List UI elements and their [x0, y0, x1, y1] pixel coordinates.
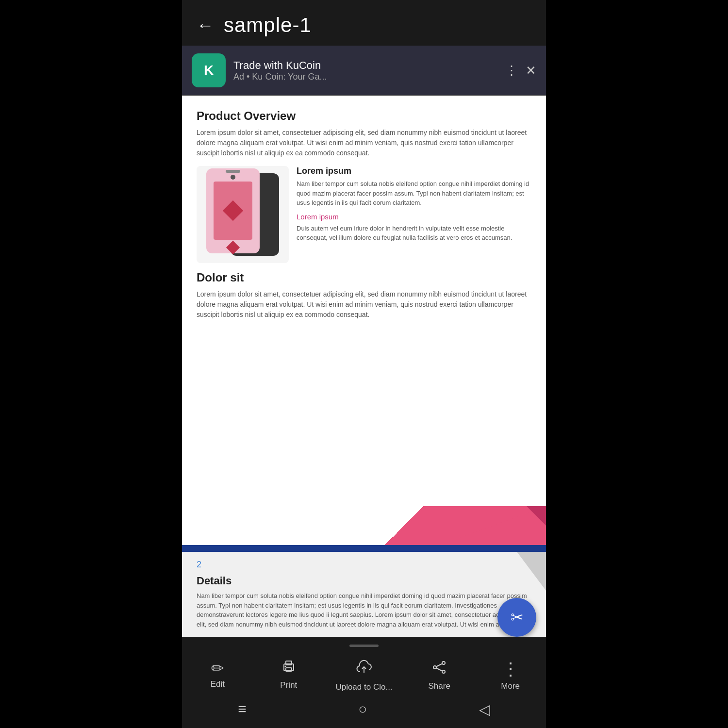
svg-line-11	[436, 668, 442, 671]
more-toolbar-item[interactable]: ⋮ More	[486, 659, 535, 691]
ad-title: Trade with KuCoin	[233, 59, 505, 72]
share-label: Share	[428, 681, 450, 691]
menu-nav-icon[interactable]: ≡	[238, 701, 247, 717]
lorem-ipsum-body1: Nam liber tempor cum soluta nobis eleife…	[297, 179, 531, 208]
section-product-overview-title: Product Overview	[197, 109, 531, 123]
scissors-icon: ✂	[511, 608, 524, 627]
ad-logo: K	[192, 53, 226, 87]
page-2-content: 2 Details Nam liber tempor cum soluta no…	[182, 552, 546, 637]
svg-point-5	[284, 666, 286, 667]
edit-toolbar-item[interactable]: ✏ Edit	[193, 659, 242, 689]
print-toolbar-item[interactable]: Print	[265, 659, 313, 690]
ad-subtitle: Ad • Ku Coin: Your Ga...	[233, 72, 505, 82]
page-title: sample-1	[224, 14, 312, 37]
upload-cloud-icon	[355, 659, 373, 680]
content-row: Lorem ipsum Nam liber tempor cum soluta …	[197, 166, 531, 263]
page-bottom-decoration	[182, 506, 546, 545]
svg-point-9	[442, 670, 445, 673]
document-content: Product Overview Lorem ipsum dolor sit a…	[182, 96, 546, 637]
section-dolor-sit-title: Dolor sit	[197, 271, 531, 284]
phone-illus-inner	[206, 168, 279, 261]
nav-bar: ≡ ○ ◁	[182, 694, 546, 728]
edit-label: Edit	[211, 679, 225, 689]
upload-label: Upload to Clo...	[335, 682, 392, 692]
details-title: Details	[197, 575, 531, 587]
back-button[interactable]: ←	[197, 15, 214, 35]
ad-source: •	[247, 72, 252, 82]
bottom-handle-bar	[182, 637, 546, 654]
phone-home-button	[226, 240, 240, 254]
share-icon	[431, 659, 447, 679]
home-nav-icon[interactable]: ○	[358, 701, 367, 717]
details-body: Nam liber tempor cum soluta nobis eleife…	[197, 591, 531, 629]
phone-front	[206, 168, 260, 253]
ad-logo-letter: K	[204, 63, 214, 78]
phone-speaker	[226, 170, 240, 173]
title-bar: ← sample-1	[182, 0, 546, 46]
phone-camera	[231, 175, 235, 180]
print-icon	[281, 659, 297, 678]
page-1-content: Product Overview Lorem ipsum dolor sit a…	[182, 96, 546, 506]
page-number: 2	[197, 560, 531, 570]
more-label: More	[501, 681, 520, 691]
svg-marker-0	[439, 506, 546, 545]
more-icon: ⋮	[502, 659, 519, 679]
phone-screen	[214, 182, 252, 240]
svg-line-10	[436, 664, 442, 667]
edit-icon: ✏	[211, 659, 224, 678]
content-text-column: Lorem ipsum Nam liber tempor cum soluta …	[297, 166, 531, 263]
product-overview-body: Lorem ipsum dolor sit amet, consectetuer…	[197, 128, 531, 158]
phone-illustration	[197, 166, 289, 263]
ad-banner: K Trade with KuCoin Ad • Ku Coin: Your G…	[182, 46, 546, 96]
share-toolbar-item[interactable]: Share	[415, 659, 463, 691]
ad-actions: ⋮ ✕	[505, 63, 536, 78]
dolor-sit-body: Lorem ipsum dolor sit amet, consectetuer…	[197, 289, 531, 320]
lorem-ipsum-title: Lorem ipsum	[297, 166, 531, 176]
upload-toolbar-item[interactable]: Upload to Clo...	[335, 659, 392, 692]
back-nav-icon[interactable]: ◁	[479, 701, 490, 718]
ad-more-icon[interactable]: ⋮	[505, 63, 518, 78]
svg-point-8	[433, 666, 436, 669]
ad-info: Trade with KuCoin Ad • Ku Coin: Your Ga.…	[233, 59, 505, 82]
fab-screenshot-button[interactable]: ✂	[497, 598, 536, 637]
handle-pill	[349, 645, 379, 647]
svg-point-7	[442, 662, 445, 664]
pink-triangle	[439, 506, 546, 545]
bottom-toolbar: ✏ Edit Print Upload t	[182, 654, 546, 694]
lorem-ipsum-body2: Duis autem vel eum iriure dolor in hendr…	[297, 224, 531, 243]
blue-separator-bar	[182, 545, 546, 552]
print-label: Print	[280, 680, 297, 690]
ad-close-button[interactable]: ✕	[526, 63, 536, 78]
lorem-ipsum-pink: Lorem ipsum	[297, 213, 531, 221]
ad-label: Ad	[233, 72, 244, 82]
ad-source-name: Ku Coin: Your Ga...	[252, 72, 327, 82]
diamond-icon	[223, 200, 243, 220]
